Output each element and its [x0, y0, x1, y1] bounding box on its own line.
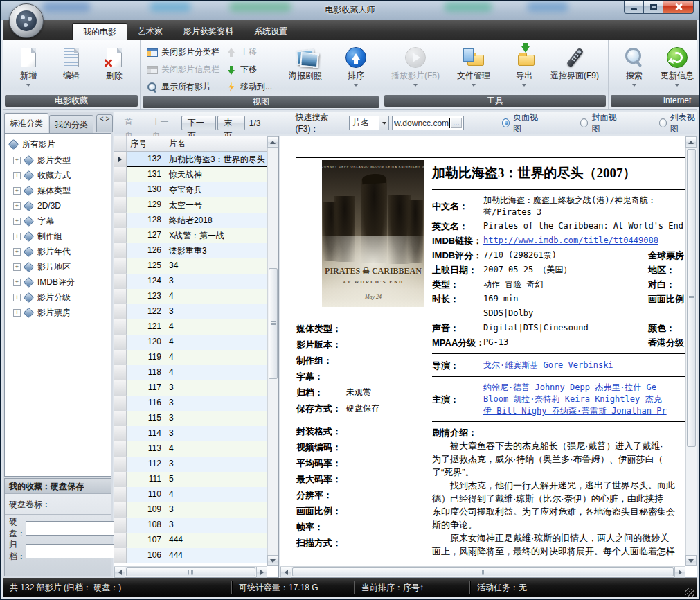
detail-vertical-scrollbar[interactable]: [685, 136, 697, 566]
movie-row[interactable]: 1163: [114, 396, 267, 411]
expand-icon[interactable]: +: [13, 294, 21, 301]
expand-icon[interactable]: +: [13, 172, 21, 179]
row-selector[interactable]: [114, 274, 127, 289]
resize-grip[interactable]: [685, 588, 694, 597]
poster-stills-button[interactable]: 海报剧照: [276, 42, 334, 96]
row-selector[interactable]: [114, 258, 127, 274]
row-selector[interactable]: [114, 182, 127, 197]
movie-row[interactable]: 127X战警：第一战: [114, 228, 267, 243]
tab-settings[interactable]: 系统设置: [244, 23, 298, 40]
movie-row[interactable]: 1143: [114, 426, 267, 441]
remote-control-button[interactable]: 遥控界面(F9): [546, 42, 604, 94]
tree-item[interactable]: +影片分级: [9, 290, 111, 305]
web-search-button[interactable]: 搜索: [613, 42, 656, 94]
row-selector[interactable]: [114, 289, 127, 304]
search-field-select[interactable]: 片名: [349, 116, 389, 130]
maximize-button[interactable]: [644, 1, 663, 14]
movie-row[interactable]: 1093: [114, 502, 267, 518]
export-button[interactable]: 导出: [503, 42, 546, 94]
movie-row[interactable]: 129太空一号: [114, 197, 267, 213]
movie-row[interactable]: 1243: [114, 274, 267, 289]
scroll-left-button[interactable]: [280, 567, 291, 578]
radio-list-view[interactable]: 列表视图: [659, 112, 697, 135]
tree-item[interactable]: +字幕: [9, 213, 111, 229]
scroll-down-button[interactable]: [267, 555, 278, 566]
column-header-title[interactable]: 片名: [165, 136, 267, 151]
cast-link-line[interactable]: 约翰尼·德普 Johnny Depp 杰弗里·拉什 Ge: [483, 382, 667, 394]
radio-cover-view[interactable]: 封面视图: [580, 112, 618, 135]
row-selector[interactable]: [114, 335, 127, 350]
expand-icon[interactable]: +: [13, 263, 21, 271]
tab-artists[interactable]: 艺术家: [127, 23, 173, 40]
close-category-panel-button[interactable]: 关闭影片分类栏: [146, 44, 219, 61]
movie-row[interactable]: 130夺宝奇兵: [114, 182, 267, 197]
expand-icon[interactable]: +: [13, 309, 21, 317]
movie-row[interactable]: 1153: [114, 411, 267, 426]
detail-horizontal-scrollbar[interactable]: [280, 566, 685, 577]
imdb-link[interactable]: http://www.imdb.com/title/tt0449088: [483, 235, 658, 247]
movie-row[interactable]: 131惊天战神: [114, 167, 267, 182]
row-selector[interactable]: [114, 304, 127, 319]
cast-link-line[interactable]: Bloom 凯拉·奈特莉 Keira Knightley 杰克: [483, 394, 667, 405]
movie-list-vertical-scrollbar[interactable]: [267, 136, 278, 566]
tree-item[interactable]: +影片类型: [9, 152, 111, 168]
row-selector[interactable]: [114, 197, 127, 213]
tree-item[interactable]: +媒体类型: [9, 183, 111, 198]
cast-link-line[interactable]: 伊 Bill Nighy 乔纳森·普雷斯 Jonathan Pr: [483, 405, 667, 417]
radio-page-view[interactable]: 页面视图: [502, 112, 540, 135]
scrollbar-thumb[interactable]: [126, 567, 255, 576]
expand-icon[interactable]: +: [13, 248, 21, 256]
minimize-button[interactable]: [624, 1, 644, 14]
movie-row[interactable]: 1204: [114, 335, 267, 350]
row-selector[interactable]: [114, 319, 127, 335]
quick-search-input[interactable]: www.downcc.com …: [392, 116, 464, 130]
tree-item[interactable]: +影片地区: [9, 259, 111, 274]
row-selector[interactable]: [114, 472, 127, 487]
row-selector[interactable]: [114, 243, 127, 258]
row-selector[interactable]: [114, 441, 127, 457]
row-selector[interactable]: [114, 152, 127, 167]
expand-icon[interactable]: +: [13, 233, 21, 240]
movie-list-horizontal-scrollbar[interactable]: [114, 566, 267, 577]
scroll-left-button[interactable]: [114, 567, 125, 578]
close-button[interactable]: [663, 1, 694, 14]
row-selector[interactable]: [114, 487, 127, 502]
expand-icon[interactable]: +: [13, 157, 21, 164]
tree-item[interactable]: +影片年代: [9, 244, 111, 259]
row-selector[interactable]: [114, 350, 127, 365]
scroll-right-button[interactable]: [256, 567, 267, 578]
ellipsis-button[interactable]: …: [451, 118, 462, 128]
scrollbar-thumb[interactable]: [292, 567, 674, 576]
expand-icon[interactable]: +: [13, 187, 21, 195]
movie-row[interactable]: 12534: [114, 258, 267, 274]
movie-row[interactable]: 1223: [114, 304, 267, 319]
file-manager-button[interactable]: 文件管理: [445, 42, 503, 94]
tree-item[interactable]: +收藏方式: [9, 168, 111, 183]
tree-item[interactable]: +2D/3D: [9, 198, 111, 213]
movie-row[interactable]: 1194: [114, 350, 267, 365]
scroll-up-button[interactable]: [685, 136, 697, 148]
column-header-no[interactable]: 序号: [127, 136, 165, 151]
row-selector[interactable]: [114, 167, 127, 182]
movie-row[interactable]: 1123: [114, 457, 267, 472]
scroll-up-button[interactable]: [267, 136, 278, 148]
movie-row[interactable]: 1184: [114, 365, 267, 380]
expand-icon[interactable]: +: [13, 218, 21, 225]
sort-button[interactable]: 排序: [334, 42, 377, 96]
title-bar[interactable]: 电影收藏大师: [1, 1, 699, 20]
row-selector[interactable]: [114, 518, 127, 533]
scroll-down-button[interactable]: [685, 555, 697, 566]
movie-row[interactable]: 106444: [114, 548, 267, 563]
row-selector[interactable]: [114, 502, 127, 518]
movie-row[interactable]: 1214: [114, 319, 267, 335]
tab-my-categories[interactable]: 我的分类: [49, 115, 93, 133]
tree-item[interactable]: +影片票房: [9, 305, 111, 320]
app-menu-button[interactable]: [9, 3, 44, 38]
movie-row[interactable]: 1134: [114, 441, 267, 457]
row-selector[interactable]: [114, 533, 127, 548]
movie-row[interactable]: 126谍影重重3: [114, 243, 267, 258]
movie-row[interactable]: 1104: [114, 487, 267, 502]
movie-row[interactable]: 1173: [114, 380, 267, 396]
expand-icon[interactable]: +: [13, 202, 21, 210]
show-all-movies-button[interactable]: 显示所有影片: [146, 78, 219, 96]
